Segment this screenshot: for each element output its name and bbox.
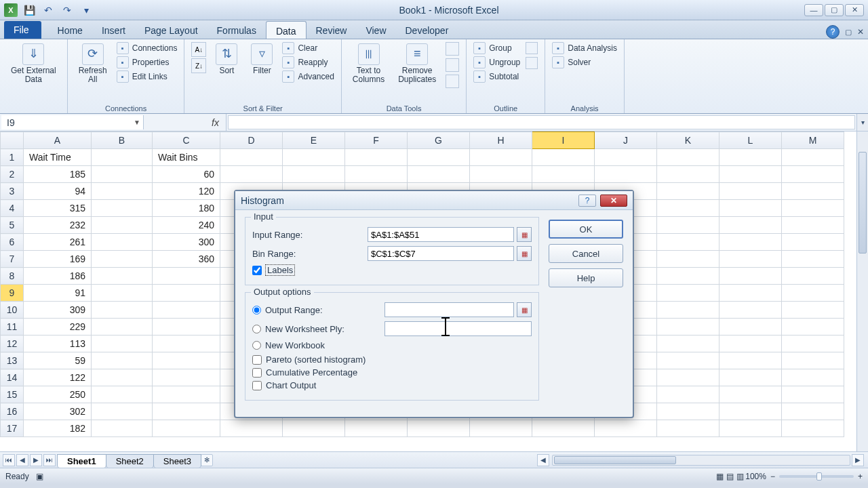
ok-button[interactable]: OK [549,220,623,239]
cell-M8[interactable] [782,268,844,285]
cell-K5[interactable] [657,217,719,234]
cell-M7[interactable] [782,251,844,268]
consolidate-icon[interactable] [446,58,459,72]
cell-K11[interactable] [657,319,719,336]
chart-output-checkbox[interactable] [252,381,262,390]
cell-H2[interactable] [470,166,532,183]
cell-C4[interactable]: 180 [153,200,220,217]
cell-G1[interactable] [408,149,470,166]
cell-K16[interactable] [657,403,719,420]
hscroll-left-button[interactable]: ◀ [537,454,549,466]
cell-K14[interactable] [657,369,719,386]
cell-K13[interactable] [657,352,719,369]
cell-H17[interactable] [470,420,532,437]
cell-M3[interactable] [782,183,844,200]
cell-K4[interactable] [657,200,719,217]
cell-L16[interactable] [719,403,782,420]
new-workbook-radio-label[interactable]: New Workbook [252,340,384,350]
cell-B3[interactable] [92,183,153,200]
zoom-out-button[interactable]: − [770,472,775,481]
vertical-scrollbar[interactable] [856,131,868,451]
select-all-cell[interactable] [1,132,24,149]
cell-K7[interactable] [657,251,719,268]
cell-G17[interactable] [408,420,470,437]
cell-C9[interactable] [153,285,220,302]
cell-M11[interactable] [782,319,844,336]
fbar-expand-icon[interactable]: ▾ [856,114,868,131]
cell-B17[interactable] [92,420,153,437]
row-header-1[interactable]: 1 [1,149,24,166]
cell-A3[interactable]: 94 [24,183,92,200]
cell-K10[interactable] [657,302,719,319]
ribbon-min-icon[interactable]: ▢ [845,28,852,37]
cell-L8[interactable] [719,268,782,285]
remove-duplicates-button[interactable]: ≡ Remove Duplicates [394,42,440,85]
dialog-help-button[interactable]: Help [549,268,623,287]
cell-L3[interactable] [719,183,782,200]
row-header-17[interactable]: 17 [1,420,24,437]
new-worksheet-radio[interactable] [252,325,261,333]
input-range-picker-icon[interactable]: ▦ [517,227,532,242]
filter-reapply-button[interactable]: ▪Reapply [282,56,334,68]
cell-J17[interactable] [595,420,657,437]
row-header-9[interactable]: 9 [1,285,24,302]
zoom-slider[interactable] [779,475,854,478]
cell-A13[interactable]: 59 [24,352,92,369]
show-detail-icon[interactable] [526,42,538,54]
analysis-solver-button[interactable]: ▪Solver [552,56,617,68]
cell-M5[interactable] [782,217,844,234]
row-header-10[interactable]: 10 [1,302,24,319]
conn-connections-button[interactable]: ▪Connections [117,42,178,54]
cell-C2[interactable]: 60 [153,166,220,183]
cell-B1[interactable] [92,149,153,166]
cell-K2[interactable] [657,166,719,183]
cell-L6[interactable] [719,234,782,251]
cell-C8[interactable] [153,268,220,285]
cell-M2[interactable] [782,166,844,183]
cell-M13[interactable] [782,352,844,369]
cell-A9[interactable]: 91 [24,285,92,302]
doc-close-icon[interactable]: ✕ [857,27,864,37]
cell-A7[interactable]: 169 [24,251,92,268]
cell-C17[interactable] [153,420,220,437]
cell-C12[interactable] [153,336,220,352]
cell-C11[interactable] [153,319,220,336]
row-header-7[interactable]: 7 [1,251,24,268]
cell-L10[interactable] [719,302,782,319]
sheet-tab-sheet2[interactable]: Sheet2 [106,454,154,468]
cell-F2[interactable] [345,166,408,183]
col-header-A[interactable]: A [24,132,92,149]
get-external-data-button[interactable]: ⇓ Get External Data [7,42,60,85]
cancel-button[interactable]: Cancel [549,244,623,263]
cell-L11[interactable] [719,319,782,336]
cell-B14[interactable] [92,369,153,386]
cell-G2[interactable] [408,166,470,183]
cell-A1[interactable]: Wait Time [24,149,92,166]
row-header-4[interactable]: 4 [1,200,24,217]
input-range-field[interactable] [368,227,514,242]
tab-data[interactable]: Data [266,21,307,39]
row-header-3[interactable]: 3 [1,183,24,200]
sort-button[interactable]: ⇅ Sort [212,42,241,77]
cell-B9[interactable] [92,285,153,302]
row-header-5[interactable]: 5 [1,217,24,234]
tab-home[interactable]: Home [48,21,92,39]
cell-B15[interactable] [92,386,153,403]
tab-insert[interactable]: Insert [92,21,135,39]
sort-asc-icon[interactable]: A↓ [191,42,206,57]
cell-K15[interactable] [657,386,719,403]
file-tab[interactable]: File [4,21,41,39]
text-to-columns-button[interactable]: ⫼ Text to Columns [349,42,389,85]
bin-range-field[interactable] [368,246,514,261]
formula-bar[interactable] [228,115,855,129]
new-sheet-button[interactable]: ✻ [201,454,213,466]
cumulative-checkbox[interactable] [252,368,262,378]
view-layout-icon[interactable]: ▤ [726,472,734,481]
cell-E1[interactable] [283,149,345,166]
cell-B6[interactable] [92,234,153,251]
row-header-2[interactable]: 2 [1,166,24,183]
output-range-picker-icon[interactable]: ▦ [517,302,532,317]
row-header-11[interactable]: 11 [1,319,24,336]
conn-edit-links-button[interactable]: ▪Edit Links [117,70,178,83]
col-header-K[interactable]: K [657,132,719,149]
